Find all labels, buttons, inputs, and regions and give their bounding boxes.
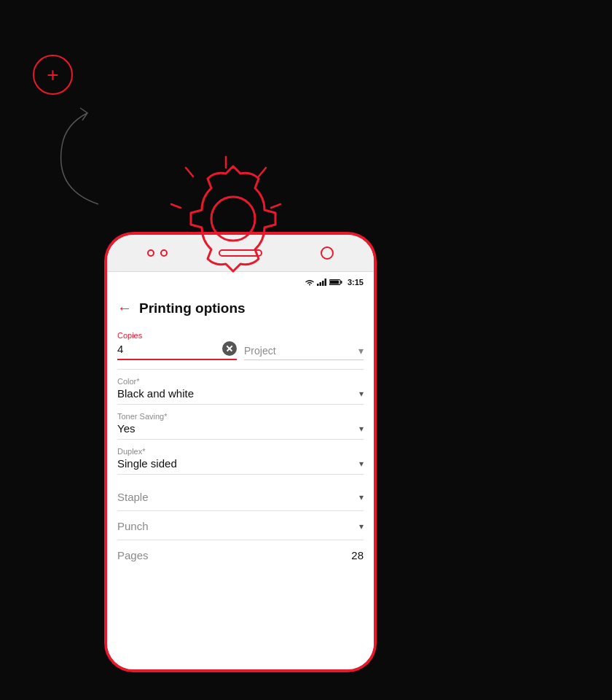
color-value: Black and white — [117, 387, 194, 400]
staple-dropdown-arrow: ▾ — [359, 492, 364, 502]
toner-dropdown-arrow: ▾ — [359, 424, 364, 434]
pages-row: Pages 28 — [117, 540, 364, 566]
toner-field: Toner Saving* Yes ▾ — [117, 412, 364, 440]
duplex-select[interactable]: Single sided ▾ — [117, 457, 364, 475]
app-header: ← Printing options — [107, 292, 374, 324]
phone-frame: 3:15 ← Printing options Copies Project — [106, 233, 375, 671]
punch-label: Punch — [117, 520, 149, 532]
color-dropdown-arrow: ▾ — [359, 389, 364, 399]
copies-input-wrapper — [117, 341, 237, 360]
pages-label: Pages — [117, 549, 149, 561]
toner-select[interactable]: Yes ▾ — [117, 422, 364, 440]
arrow-decoration — [40, 102, 128, 211]
project-placeholder: Project — [244, 345, 276, 357]
duplex-dropdown-arrow: ▾ — [359, 459, 364, 469]
duplex-value: Single sided — [117, 457, 177, 470]
duplex-label: Duplex* — [117, 447, 364, 456]
page-title: Printing options — [139, 300, 246, 316]
color-label: Color* — [117, 377, 364, 386]
pages-value: 28 — [351, 549, 364, 561]
project-dropdown[interactable]: Project ▾ — [244, 345, 364, 360]
svg-rect-12 — [330, 281, 339, 284]
svg-line-2 — [271, 204, 280, 208]
copies-input[interactable] — [117, 343, 222, 355]
punch-select[interactable]: Punch ▾ — [117, 511, 364, 540]
back-button[interactable]: ← — [117, 300, 132, 316]
clear-button[interactable] — [222, 341, 237, 356]
plus-icon[interactable] — [33, 55, 73, 95]
toner-label: Toner Saving* — [117, 412, 364, 421]
color-field: Color* Black and white ▾ — [117, 377, 364, 405]
svg-line-3 — [186, 168, 193, 176]
copies-project-row: Copies Project ▾ — [117, 331, 364, 360]
status-time: 3:15 — [348, 278, 364, 287]
form-content: Copies Project ▾ Color* Black and white — [107, 324, 374, 566]
app-screen: 3:15 ← Printing options Copies Project — [107, 271, 374, 669]
punch-dropdown-arrow: ▾ — [359, 521, 364, 532]
svg-line-4 — [171, 204, 181, 208]
project-dropdown-arrow: ▾ — [358, 345, 364, 357]
gear-icon — [128, 146, 324, 292]
svg-line-1 — [259, 168, 266, 176]
staple-label: Staple — [117, 491, 149, 503]
divider-1 — [117, 369, 364, 370]
copies-field: Copies — [117, 331, 237, 360]
svg-point-5 — [211, 197, 255, 241]
color-select[interactable]: Black and white ▾ — [117, 387, 364, 405]
svg-rect-11 — [340, 281, 342, 284]
battery-icon — [329, 279, 342, 286]
duplex-field: Duplex* Single sided ▾ — [117, 447, 364, 475]
svg-rect-9 — [324, 279, 326, 286]
toner-value: Yes — [117, 422, 135, 435]
staple-select[interactable]: Staple ▾ — [117, 482, 364, 511]
copies-label: Copies — [117, 331, 237, 340]
